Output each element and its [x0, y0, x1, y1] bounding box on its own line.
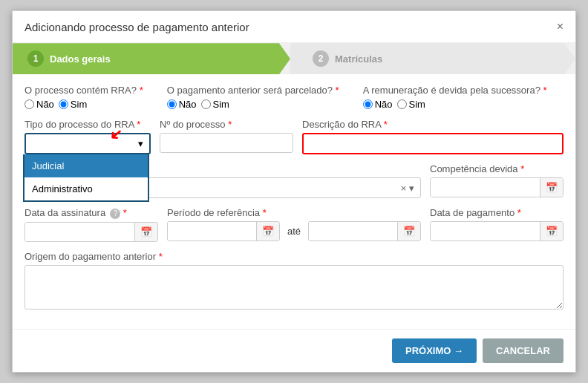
row-radios: O processo contém RRA? * Não Sim O pagam… [24, 85, 564, 110]
field-tipo-processo: Tipo do processo do RRA * ▾ Judicial Adm… [24, 119, 151, 154]
contem-rra-nao-option[interactable]: Não [24, 99, 54, 110]
data-assinatura-input[interactable] [25, 223, 134, 241]
remuneracao-sim-radio[interactable] [397, 99, 407, 109]
step-dados-gerais[interactable]: 1 Dados gerais [13, 43, 290, 74]
data-pagamento-input[interactable] [431, 222, 540, 240]
dropdown-item-judicial[interactable]: Judicial [24, 154, 148, 177]
remuneracao-radios: Não Sim [363, 99, 547, 110]
modal-title: Adicionando processo de pagamento anteri… [24, 21, 249, 33]
periodo-referencia-label: Período de referência * [167, 207, 421, 218]
step-num-2: 2 [313, 50, 329, 67]
numero-processo-label: Nº do processo * [160, 119, 293, 130]
field-contem-rra: O processo contém RRA? * Não Sim [24, 85, 143, 110]
close-button[interactable]: × [557, 20, 564, 33]
periodo-ate-input[interactable] [309, 222, 397, 240]
data-pagamento-label: Data de pagamento * [430, 207, 564, 218]
periodo-ate-input-group: 📅 [308, 221, 421, 241]
parcelado-nao-option[interactable]: Não [167, 99, 197, 110]
descricao-rra-input[interactable] [302, 133, 564, 154]
contem-rra-sim-option[interactable]: Sim [59, 99, 87, 110]
competencia-devida-input[interactable] [431, 178, 540, 197]
periodo-de-calendar-icon[interactable]: 📅 [256, 222, 279, 240]
help-icon[interactable]: ? [110, 209, 120, 219]
parcelado-label: O pagamento anterior será parcelado? * [167, 85, 339, 96]
field-data-assinatura: Data da assinatura ? * 📅 [24, 207, 158, 242]
tipo-processo-label: Tipo do processo do RRA * [24, 119, 151, 130]
field-remuneracao: A remuneração é devida pela sucessora? *… [363, 85, 547, 110]
origem-pagamento-textarea[interactable] [24, 265, 564, 310]
steps-bar: 1 Dados gerais 2 Matrículas [13, 43, 575, 74]
contem-rra-nao-radio[interactable] [24, 99, 34, 109]
ate-label: até [284, 226, 304, 237]
numero-processo-input[interactable] [160, 133, 293, 153]
step-matriculas[interactable]: 2 Matrículas [290, 43, 575, 74]
tipo-processo-dropdown[interactable]: ▾ [24, 133, 151, 154]
data-assinatura-input-group: 📅 [24, 222, 158, 242]
competencia-devida-label: Competência devida * [430, 163, 564, 174]
field-descricao-rra: Descrição do RRA * [302, 119, 564, 154]
contem-rra-label: O processo contém RRA? * [24, 85, 143, 96]
field-competencia-devida: Competência devida * 📅 [430, 163, 564, 197]
competencia-devida-calendar-icon[interactable]: 📅 [540, 178, 563, 197]
descricao-rra-label: Descrição do RRA * [302, 119, 564, 130]
step-num-1: 1 [27, 50, 44, 67]
field-numero-processo: Nº do processo * [160, 119, 293, 153]
modal-body: O processo contém RRA? * Não Sim O pagam… [13, 74, 575, 329]
select-chevron-icon: × ▾ [401, 183, 414, 194]
data-pagamento-input-group: 📅 [430, 221, 564, 241]
periodo-de-input-group: 📅 [167, 221, 280, 241]
parcelado-radios: Não Sim [167, 99, 339, 110]
step-label-1: Dados gerais [50, 53, 111, 65]
cancelar-button[interactable]: CANCELAR [483, 338, 564, 363]
parcelado-nao-radio[interactable] [167, 99, 177, 109]
data-assinatura-calendar-icon[interactable]: 📅 [134, 223, 157, 241]
contem-rra-sim-radio[interactable] [59, 99, 68, 109]
field-parcelado: O pagamento anterior será parcelado? * N… [167, 85, 339, 110]
row-processo: Tipo do processo do RRA * ▾ Judicial Adm… [24, 119, 564, 154]
field-origem-pagamento: Origem do pagamento anterior * [24, 251, 564, 310]
remuneracao-nao-radio[interactable] [363, 99, 373, 109]
parcelado-sim-radio[interactable] [201, 99, 211, 109]
row-origem: Origem do pagamento anterior * [24, 251, 564, 310]
chevron-down-icon: ▾ [138, 138, 143, 149]
period-row: 📅 até 📅 [167, 221, 421, 241]
periodo-de-input[interactable] [168, 222, 256, 240]
competencia-devida-input-group: 📅 [430, 177, 564, 197]
dropdown-item-administrativo[interactable]: Administrativo [24, 177, 148, 200]
modal-footer: PRÓXIMO → CANCELAR [13, 329, 575, 372]
field-data-pagamento: Data de pagamento * 📅 [430, 207, 564, 241]
contem-rra-radios: Não Sim [24, 99, 143, 110]
modal-title-bar: Adicionando processo de pagamento anteri… [13, 11, 575, 43]
origem-pagamento-label: Origem do pagamento anterior * [24, 251, 564, 262]
proximo-button[interactable]: PRÓXIMO → [392, 338, 477, 363]
periodo-ate-calendar-icon[interactable]: 📅 [397, 222, 420, 240]
remuneracao-label: A remuneração é devida pela sucessora? * [363, 85, 547, 96]
data-pagamento-calendar-icon[interactable]: 📅 [540, 222, 563, 240]
remuneracao-nao-option[interactable]: Não [363, 99, 393, 110]
data-assinatura-label: Data da assinatura ? * [24, 207, 158, 219]
field-periodo-referencia: Período de referência * 📅 até 📅 [167, 207, 421, 241]
step-label-2: Matrículas [335, 53, 382, 65]
modal: Adicionando processo de pagamento anteri… [12, 10, 576, 373]
remuneracao-sim-option[interactable]: Sim [397, 99, 425, 110]
parcelado-sim-option[interactable]: Sim [201, 99, 229, 110]
tipo-processo-menu: Judicial Administrativo [23, 154, 149, 202]
row-datas: Data da assinatura ? * 📅 Período de refe… [24, 207, 564, 242]
